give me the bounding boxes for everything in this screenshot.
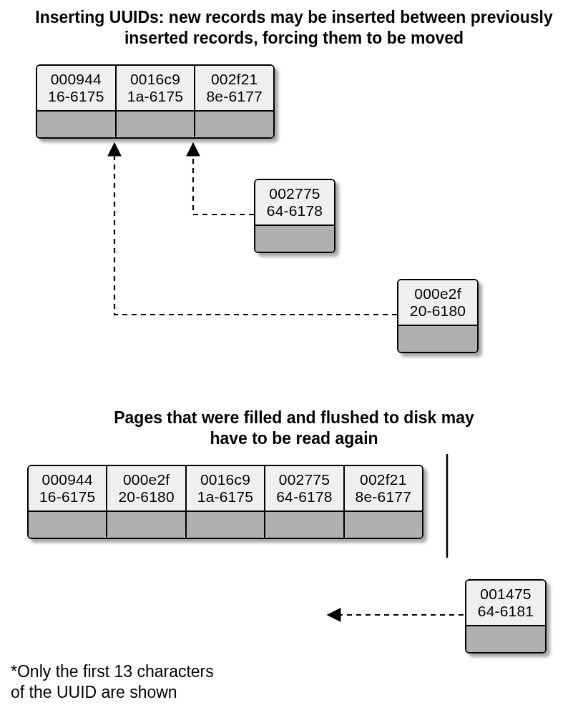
- cell-label: 0016c9 1a-6175: [117, 66, 195, 112]
- cell: 000e2f 20-6180: [107, 466, 186, 538]
- cell: 0016c9 1a-6175: [117, 66, 196, 137]
- top-page-block: 000944 16-6175 0016c9 1a-6175 002f21 8e-…: [36, 64, 275, 139]
- cell: 000e2f 20-6180: [398, 280, 477, 352]
- cell: 001475 64-6181: [466, 581, 545, 652]
- heading-mid-line2: have to be read again: [7, 428, 581, 449]
- heading-top-line2: inserted records, forcing them to be mov…: [7, 28, 581, 49]
- cell: 0016c9 1a-6175: [187, 466, 265, 538]
- cell-label: 001475 64-6181: [466, 581, 545, 626]
- heading-top-line1: Inserting UUIDs: new records may be inse…: [7, 7, 581, 28]
- cell: 000944 16-6175: [29, 466, 107, 538]
- cell-label: 0016c9 1a-6175: [187, 466, 264, 512]
- heading-top: Inserting UUIDs: new records may be inse…: [7, 7, 581, 49]
- cell: 002f21 8e-6177: [345, 466, 422, 538]
- cell-label: 000e2f 20-6180: [107, 466, 185, 512]
- cell-label: 002775 64-6178: [265, 466, 343, 512]
- cell: 000944 16-6175: [37, 66, 117, 137]
- incoming-record-2: 000e2f 20-6180: [397, 279, 479, 353]
- cell-label: 002f21 8e-6177: [345, 466, 422, 512]
- footnote: *Only the first 13 characters of the UUI…: [11, 661, 214, 703]
- cell-label: 000944 16-6175: [29, 466, 106, 512]
- heading-mid-line1: Pages that were filled and flushed to di…: [7, 408, 581, 428]
- heading-mid: Pages that were filled and flushed to di…: [7, 408, 581, 449]
- cell: 002775 64-6178: [265, 466, 344, 538]
- cell: 002775 64-6178: [255, 180, 334, 252]
- cell-label: 002f21 8e-6177: [195, 66, 273, 112]
- diagram-canvas: Inserting UUIDs: new records may be inse…: [7, 7, 581, 708]
- incoming-record-1: 002775 64-6178: [254, 179, 335, 253]
- new-record: 001475 64-6181: [465, 579, 547, 654]
- bottom-page-block: 000944 16-6175 000e2f 20-6180 0016c9 1a-…: [27, 465, 423, 539]
- cell-label: 002775 64-6178: [255, 180, 334, 226]
- cell-label: 000e2f 20-6180: [398, 280, 477, 326]
- footnote-line1: *Only the first 13 characters: [11, 661, 214, 682]
- cell: 002f21 8e-6177: [195, 66, 273, 137]
- cell-label: 000944 16-6175: [37, 66, 115, 112]
- footnote-line2: of the UUID are shown: [11, 682, 214, 703]
